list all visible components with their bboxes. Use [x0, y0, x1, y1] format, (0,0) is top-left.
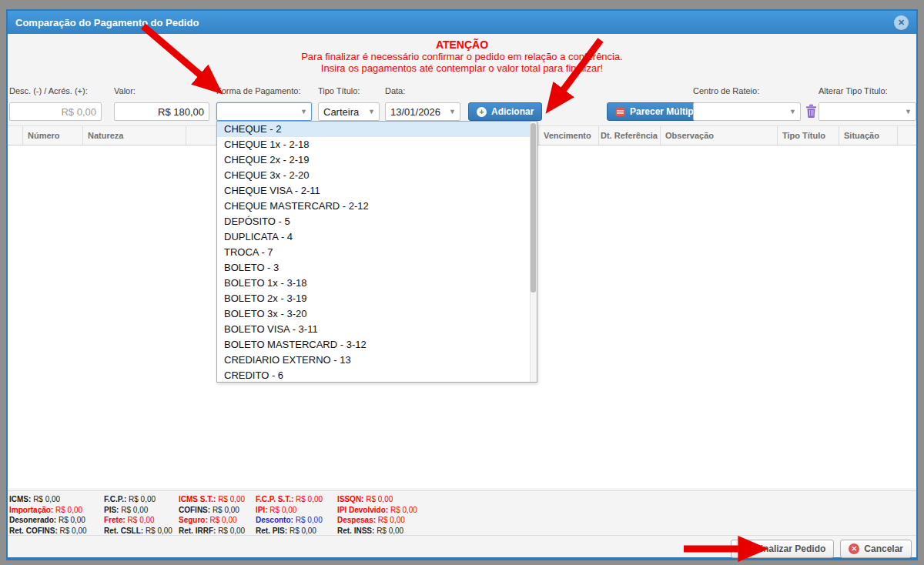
tax-item: Frete: R$ 0,00 — [104, 515, 172, 526]
chevron-down-icon: ▼ — [449, 108, 456, 115]
payment-option[interactable]: BOLETO 2x - 3-19 — [217, 291, 537, 306]
payment-option[interactable]: CHEQUE MASTERCARD - 2-12 — [217, 199, 537, 214]
tax-item: IPI: R$ 0,00 — [256, 505, 323, 516]
tax-value: R$ 0,00 — [213, 506, 239, 514]
tax-item: Ret. INSS: R$ 0,00 — [337, 526, 417, 537]
col-numero: Número — [23, 126, 83, 145]
tax-item: F.C.P.: R$ 0,00 — [104, 494, 172, 505]
payment-option[interactable]: BOLETO 3x - 3-20 — [217, 306, 537, 322]
tax-column-1: ICMS: R$ 0,00 Importação: R$ 0,00 Desone… — [9, 494, 87, 536]
chevron-down-icon: ▼ — [300, 108, 307, 115]
tax-label: Frete: — [104, 516, 126, 524]
valor-input[interactable] — [114, 102, 209, 121]
tax-label: Desonerado: — [9, 516, 56, 524]
tax-value: R$ 0,00 — [296, 495, 323, 503]
payment-option[interactable]: CREDITO - 6 — [217, 368, 537, 383]
divider — [8, 490, 916, 491]
tax-value: R$ 0,00 — [296, 516, 323, 524]
data-label: Data: — [385, 86, 405, 95]
tax-label: Ret. CSLL: — [104, 527, 143, 535]
tax-value: R$ 0,00 — [270, 506, 296, 514]
trash-icon[interactable] — [805, 104, 817, 118]
col-vencimento: Vencimento — [539, 126, 599, 145]
data-select[interactable]: 13/01/2026 ▼ — [385, 102, 460, 121]
tax-label: PIS: — [104, 506, 119, 514]
col-blank — [8, 126, 23, 145]
tax-column-5: ISSQN: R$ 0,00 IPI Devolvido: R$ 0,00 De… — [337, 494, 417, 536]
tax-value: R$ 0,00 — [390, 506, 417, 514]
tipo-titulo-label: Tipo Título: — [318, 86, 360, 95]
tax-item: Ret. CSLL: R$ 0,00 — [104, 526, 172, 537]
cancelar-label: Cancelar — [864, 543, 903, 554]
tax-value: R$ 0,00 — [60, 527, 87, 535]
tax-label: Importação: — [9, 506, 53, 514]
adicionar-button[interactable]: + Adicionar — [468, 102, 542, 121]
close-icon[interactable]: ✕ — [894, 15, 909, 30]
alterar-tipo-titulo-label: Alterar Tipo Título: — [819, 86, 888, 95]
payment-option[interactable]: BOLETO 1x - 3-18 — [217, 276, 537, 291]
col-natureza: Natureza — [83, 126, 186, 145]
screen: Comparação do Pagamento do Pedido ✕ ATEN… — [0, 0, 924, 565]
payment-option[interactable]: CHEQUE 3x - 2-20 — [217, 168, 537, 183]
tax-item: F.C.P. S.T.: R$ 0,00 — [256, 494, 323, 505]
tax-item: COFINS: R$ 0,00 — [179, 505, 245, 516]
finalizar-pedido-label: Finalizar Pedido — [755, 543, 825, 554]
payment-option[interactable]: BOLETO - 3 — [217, 260, 537, 276]
payment-option[interactable]: CHEQUE VISA - 2-11 — [217, 183, 537, 199]
tax-label: IPI Devolvido: — [337, 506, 388, 514]
tipo-titulo-value: Carteira — [323, 106, 359, 118]
col-situacao: Situação — [839, 126, 898, 145]
modal-titlebar: Comparação do Pagamento do Pedido ✕ — [8, 11, 916, 34]
tax-value: R$ 0,00 — [121, 506, 148, 514]
centro-rateio-select[interactable]: ▼ — [693, 102, 801, 121]
tax-item: Despesas: R$ 0,00 — [337, 515, 417, 526]
payment-option[interactable]: TROCA - 7 — [217, 245, 537, 260]
tax-label: F.C.P. S.T.: — [256, 495, 293, 503]
x-icon: ✕ — [849, 543, 859, 554]
alterar-tipo-titulo-select[interactable]: ▼ — [819, 102, 916, 121]
tax-value: R$ 0,00 — [218, 495, 245, 503]
tax-item: Ret. IRRF: R$ 0,00 — [179, 526, 245, 537]
tax-label: Ret. COFINS: — [9, 527, 58, 535]
tax-value: R$ 0,00 — [55, 506, 82, 514]
payment-option[interactable]: DUPLICATA - 4 — [217, 229, 537, 245]
tax-value: R$ 0,00 — [290, 527, 316, 535]
warning-line-1: Para finalizar é necessário confirmar o … — [8, 51, 916, 62]
payment-option[interactable]: DEPÓSITO - 5 — [217, 214, 537, 229]
tax-item: Desonerado: R$ 0,00 — [9, 515, 87, 526]
payment-option[interactable]: BOLETO VISA - 3-11 — [217, 322, 537, 337]
tax-value: R$ 0,00 — [210, 516, 237, 524]
tax-label: ICMS: — [9, 495, 31, 503]
valor-label: Valor: — [114, 86, 136, 95]
payment-option[interactable]: CREDIARIO EXTERNO - 13 — [217, 353, 537, 368]
warning-block: ATENÇÃO Para finalizar é necessário conf… — [8, 38, 916, 74]
tax-item: Ret. COFINS: R$ 0,00 — [9, 526, 87, 537]
tax-label: Seguro: — [179, 516, 208, 524]
payment-option[interactable]: CHEQUE - 2 — [217, 122, 537, 137]
tax-column-2: F.C.P.: R$ 0,00 PIS: R$ 0,00 Frete: R$ 0… — [104, 494, 172, 536]
plus-icon: + — [477, 107, 487, 117]
calendar-icon — [615, 107, 625, 117]
finalizar-pedido-button[interactable]: ✓ Finalizar Pedido — [731, 540, 834, 558]
tax-item: PIS: R$ 0,00 — [104, 505, 172, 516]
payment-option[interactable]: CHEQUE 1x - 2-18 — [217, 137, 537, 152]
tax-label: F.C.P.: — [104, 495, 126, 503]
forma-pagamento-select[interactable]: ▼ — [216, 102, 312, 121]
tax-value: R$ 0,00 — [128, 516, 155, 524]
payment-options-dropdown: CHEQUE - 2 CHEQUE 1x - 2-18 CHEQUE 2x - … — [216, 121, 537, 383]
parecer-multiplo-label: Parecer Múltiplo — [630, 106, 701, 117]
modal-title: Comparação do Pagamento do Pedido — [15, 17, 894, 28]
payment-option[interactable]: CHEQUE 2x - 2-19 — [217, 152, 537, 168]
payment-option[interactable]: BOLETO MASTERCARD - 3-12 — [217, 337, 537, 353]
tax-value: R$ 0,00 — [33, 495, 60, 503]
tax-value: R$ 0,00 — [377, 527, 403, 535]
cancelar-button[interactable]: ✕ Cancelar — [840, 540, 912, 558]
tax-label: Ret. INSS: — [337, 527, 374, 535]
tipo-titulo-select[interactable]: Carteira ▼ — [318, 102, 380, 121]
dropdown-scrollbar[interactable] — [530, 122, 537, 382]
tax-label: COFINS: — [179, 506, 210, 514]
tax-item: Seguro: R$ 0,00 — [179, 515, 245, 526]
tax-label: ISSQN: — [337, 495, 363, 503]
desc-acres-input[interactable] — [9, 102, 102, 121]
dropdown-scrollbar-thumb[interactable] — [531, 123, 536, 293]
